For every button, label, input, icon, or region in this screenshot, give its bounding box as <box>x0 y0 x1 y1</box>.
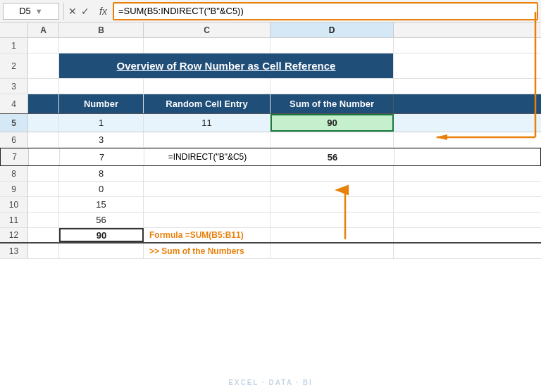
title-cell: Overview of Row Number as Cell Reference <box>59 53 394 78</box>
cell-reference: D5 <box>19 6 31 16</box>
fx-label: fx <box>99 6 107 17</box>
formula-annotation-line2: >> Sum of the Numbers <box>149 246 244 256</box>
table-row: 9 0 <box>0 182 541 197</box>
divider <box>63 3 64 20</box>
cell-b13[interactable] <box>59 244 144 258</box>
cell-c9[interactable] <box>144 182 270 196</box>
cell-a8[interactable] <box>28 166 59 181</box>
cell-b12[interactable]: 90 <box>59 228 144 242</box>
cell-a3[interactable] <box>28 79 59 94</box>
cancel-icon[interactable]: ✕ <box>68 6 77 17</box>
spreadsheet: A B C D 1 2 Overview of Row Number as Ce… <box>0 23 541 259</box>
cell-a10[interactable] <box>28 197 59 212</box>
page-title: Overview of Row Number as Cell Reference <box>117 60 336 72</box>
cell-c7[interactable]: =INDIRECT("B"&C5) <box>144 148 271 165</box>
cell-a12[interactable] <box>28 228 59 242</box>
cell-d9[interactable] <box>270 182 394 196</box>
row-number: 8 <box>0 166 28 181</box>
col-header-a: A <box>28 23 59 37</box>
cell-a5[interactable] <box>28 114 59 132</box>
header-random-cell-entry: Random Cell Entry <box>144 94 270 113</box>
cell-c11[interactable] <box>144 213 270 227</box>
table-row: 11 56 <box>0 213 541 228</box>
row-number: 10 <box>0 197 28 212</box>
cell-c10[interactable] <box>144 197 270 212</box>
cell-c13[interactable]: >> Sum of the Numbers <box>144 244 270 258</box>
cell-d12[interactable] <box>270 228 394 242</box>
formula-bar: D5 ▼ ✕ ✓ fx =SUM(B5:INDIRECT("B"&C5)) <box>0 0 541 23</box>
cell-c8[interactable] <box>144 166 270 181</box>
header-sum-of-number: Sum of the Number <box>270 94 394 113</box>
table-row: 7 7 =INDIRECT("B"&C5) 56 <box>0 148 541 166</box>
cell-a9[interactable] <box>28 182 59 196</box>
cell-b5[interactable]: 1 <box>59 114 144 132</box>
cell-a6[interactable] <box>28 132 59 147</box>
row-num-header <box>0 23 28 37</box>
confirm-icon[interactable]: ✓ <box>81 6 89 17</box>
formula-icons: ✕ ✓ <box>68 6 89 17</box>
table-row: 10 15 <box>0 197 541 213</box>
row-number: 9 <box>0 182 28 196</box>
table-row: 3 <box>0 79 541 94</box>
cell-d10[interactable] <box>270 197 394 212</box>
cell-d5[interactable]: 90 <box>270 114 394 132</box>
table-row: 6 3 <box>0 132 541 148</box>
row-number: 1 <box>0 38 28 53</box>
column-headers: A B C D <box>0 23 541 38</box>
cell-d13[interactable] <box>270 244 394 258</box>
table-row: 2 Overview of Row Number as Cell Referen… <box>0 53 541 79</box>
cell-c3[interactable] <box>144 79 270 94</box>
cell-d8[interactable] <box>270 166 394 181</box>
formula-annotation-line1: Formula =SUM(B5:B11) <box>149 230 244 240</box>
cell-b6[interactable]: 3 <box>59 132 144 147</box>
row-number: 6 <box>0 132 28 147</box>
cell-c12[interactable]: Formula =SUM(B5:B11) <box>144 228 270 242</box>
cell-c6[interactable] <box>144 132 270 147</box>
table-row: 5 1 11 90 <box>0 114 541 132</box>
cell-d1[interactable] <box>270 38 394 53</box>
table-row: 13 >> Sum of the Numbers <box>0 244 541 259</box>
cell-d3[interactable] <box>270 79 394 94</box>
cell-a1[interactable] <box>28 38 59 53</box>
cell-a13[interactable] <box>28 244 59 258</box>
cell-c1[interactable] <box>144 38 270 53</box>
watermark: EXCEL · DATA · BI <box>228 379 313 386</box>
col-header-b: B <box>59 23 144 37</box>
row-number: 11 <box>0 213 28 227</box>
row-number: 7 <box>1 148 29 165</box>
formula-input[interactable]: =SUM(B5:INDIRECT("B"&C5)) <box>113 2 538 20</box>
col-header-d: D <box>270 23 394 37</box>
cell-a7[interactable] <box>29 148 60 165</box>
cell-d7[interactable]: 56 <box>271 148 394 165</box>
row-number: 3 <box>0 79 28 94</box>
cell-a2[interactable] <box>28 53 59 78</box>
row-number: 4 <box>0 94 28 113</box>
row-number: 12 <box>0 228 28 242</box>
cell-b9[interactable]: 0 <box>59 182 144 196</box>
formula-text: =SUM(B5:INDIRECT("B"&C5)) <box>118 6 244 16</box>
cell-d11[interactable] <box>270 213 394 227</box>
table-row: 8 8 <box>0 166 541 182</box>
cell-b8[interactable]: 8 <box>59 166 144 181</box>
cell-b7[interactable]: 7 <box>60 148 144 165</box>
cell-b3[interactable] <box>59 79 144 94</box>
cell-a4[interactable] <box>28 94 59 113</box>
cell-b1[interactable] <box>59 38 144 53</box>
row-number: 13 <box>0 244 28 258</box>
header-number: Number <box>59 94 144 113</box>
cell-b10[interactable]: 15 <box>59 197 144 212</box>
row-number: 2 <box>0 53 28 78</box>
row-number: 5 <box>0 114 28 132</box>
cell-c5[interactable]: 11 <box>144 114 270 132</box>
table-row: 4 Number Random Cell Entry Sum of the Nu… <box>0 94 541 114</box>
cell-a11[interactable] <box>28 213 59 227</box>
cell-b11[interactable]: 56 <box>59 213 144 227</box>
table-row: 1 <box>0 38 541 53</box>
cell-d6[interactable] <box>270 132 394 147</box>
col-header-c: C <box>144 23 270 37</box>
cell-name-box[interactable]: D5 ▼ <box>3 3 59 20</box>
table-row: 12 90 Formula =SUM(B5:B11) <box>0 228 541 244</box>
